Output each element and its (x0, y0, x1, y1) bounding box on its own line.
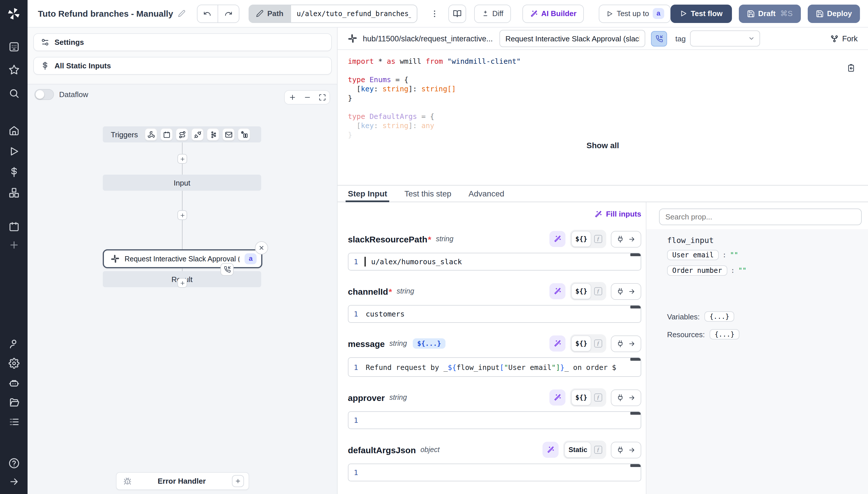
editor-scrollbar[interactable] (630, 306, 641, 308)
field-value-editor[interactable]: 1 u/alex/humorous_slack (348, 253, 641, 270)
remove-step-button[interactable] (255, 241, 268, 254)
field-value-editor[interactable]: 1 (348, 463, 641, 481)
variables-chip[interactable]: {...} (704, 311, 734, 322)
fx-icon[interactable]: ƒ (591, 235, 605, 243)
workers-robot-icon[interactable] (0, 377, 27, 388)
redo-button[interactable] (218, 4, 239, 23)
input-node[interactable]: Input (103, 175, 261, 191)
add-error-handler-button[interactable] (232, 475, 244, 487)
wand-icon (530, 10, 538, 18)
http-route-trigger-icon[interactable] (176, 128, 188, 141)
home-icon[interactable] (0, 125, 27, 136)
kafka-trigger-icon[interactable] (207, 128, 219, 141)
input-mode-toggle[interactable]: ${} ƒ (570, 230, 606, 248)
field-type: string (389, 340, 407, 347)
clipboard-paste-icon[interactable] (847, 64, 855, 72)
tab-test-this-step[interactable]: Test this step (405, 186, 451, 202)
ai-generate-button[interactable] (549, 231, 566, 247)
input-mode-toggle[interactable]: ${} ƒ (570, 282, 606, 300)
undo-button[interactable] (197, 4, 218, 23)
edit-title-icon[interactable] (178, 10, 185, 17)
triggers-node[interactable]: Triggers (103, 126, 261, 142)
flow-settings-button[interactable]: Settings (33, 33, 332, 51)
favorites-star-icon[interactable] (0, 64, 27, 75)
draft-button[interactable]: Draft ⌘S (738, 4, 801, 23)
all-static-inputs-button[interactable]: All Static Inputs (33, 57, 332, 75)
help-icon[interactable] (0, 458, 27, 469)
fx-icon[interactable]: ƒ (591, 340, 605, 347)
ai-generate-button[interactable] (549, 283, 566, 299)
ai-generate-button[interactable] (549, 336, 566, 352)
deploy-button[interactable]: Deploy (807, 4, 860, 23)
fill-inputs-button[interactable]: Fill inputs (348, 210, 641, 218)
error-handler-node[interactable]: Error Handler (116, 472, 249, 490)
expand-arrow-icon[interactable] (0, 476, 27, 487)
input-mode-toggle[interactable]: Static ƒ (564, 441, 606, 459)
fx-icon[interactable]: ƒ (591, 287, 605, 295)
slack-approval-step-node[interactable]: Request Interactive Slack Approval (... … (103, 249, 262, 268)
field-value-editor[interactable]: 1 (348, 411, 641, 429)
field-value-editor[interactable]: 1 Refund request by _${flow_input["User … (348, 357, 641, 377)
flow-input-root[interactable]: flow_input (667, 235, 868, 245)
fork-button[interactable]: Fork (830, 34, 858, 43)
tab-advanced[interactable]: Advanced (469, 186, 504, 202)
insert-step-button[interactable] (177, 210, 187, 220)
field-value-editor[interactable]: 1 customers (348, 305, 641, 323)
more-menu-icon[interactable] (430, 9, 439, 18)
user-icon[interactable] (0, 338, 27, 349)
connect-input-button[interactable] (611, 389, 641, 406)
resources-chip[interactable]: {...} (710, 329, 740, 340)
websocket-trigger-icon[interactable] (191, 128, 204, 141)
search-icon[interactable] (0, 88, 27, 99)
code-editor[interactable]: import * as wmill from "windmill-client"… (338, 50, 868, 186)
hub-script-path[interactable]: hub/11500/slack/request_interactive... (363, 34, 493, 43)
audit-list-icon[interactable] (0, 416, 27, 428)
editor-scrollbar[interactable] (630, 464, 641, 467)
prop-key-chip[interactable]: Order number (667, 265, 727, 276)
insert-step-button[interactable] (177, 278, 187, 288)
ai-builder-button[interactable]: AI Builder (522, 4, 584, 23)
ai-generate-button[interactable] (549, 390, 566, 405)
add-plus-icon[interactable] (0, 240, 27, 250)
schedules-calendar-icon[interactable] (0, 221, 27, 232)
webhook-trigger-icon[interactable] (145, 128, 157, 141)
runs-play-icon[interactable] (0, 146, 27, 157)
connect-input-button[interactable] (611, 283, 641, 300)
path-input[interactable] (291, 4, 417, 23)
email-trigger-icon[interactable] (222, 128, 235, 141)
fx-icon[interactable]: ƒ (591, 446, 605, 454)
input-mode-toggle[interactable]: ${} ƒ (570, 334, 606, 353)
resources-boxes-icon[interactable] (0, 187, 27, 198)
editor-scrollbar[interactable] (630, 253, 641, 256)
wand-icon (553, 340, 561, 347)
suspend-approval-toggle[interactable] (651, 31, 667, 46)
test-flow-button[interactable]: Test flow (671, 4, 732, 23)
insert-step-button[interactable] (177, 154, 187, 164)
windmill-flow-editor: Tuto Refund branches - Manually Path (0, 0, 868, 494)
variables-dollar-icon[interactable] (0, 167, 27, 177)
ai-generate-button[interactable] (543, 442, 559, 458)
schedule-trigger-icon[interactable] (160, 128, 173, 141)
connect-input-button[interactable] (611, 231, 641, 247)
settings-gear-icon[interactable] (0, 358, 27, 369)
docs-book-button[interactable] (448, 4, 466, 23)
connect-input-button[interactable] (611, 335, 641, 352)
prop-key-chip[interactable]: User email (667, 250, 719, 260)
step-name-input[interactable] (500, 30, 646, 47)
folders-icon[interactable] (0, 397, 27, 408)
apps-grid-icon[interactable] (0, 41, 27, 52)
tab-step-input[interactable]: Step Input (348, 186, 387, 202)
suspend-approval-icon[interactable] (220, 263, 234, 276)
test-up-to-button[interactable]: Test up to a (599, 4, 671, 23)
connect-input-button[interactable] (611, 441, 641, 458)
editor-scrollbar[interactable] (630, 358, 641, 361)
diff-button[interactable]: Diff (474, 4, 511, 23)
tag-select[interactable] (690, 31, 761, 46)
fx-icon[interactable]: ƒ (591, 394, 605, 401)
editor-scrollbar[interactable] (630, 412, 641, 415)
show-all-code-button[interactable]: Show all (583, 140, 623, 151)
search-prop-input[interactable] (659, 209, 862, 225)
windmill-logo[interactable] (0, 0, 27, 27)
scheduled-poll-trigger-icon[interactable] (238, 128, 250, 141)
input-mode-toggle[interactable]: ${} ƒ (570, 388, 606, 407)
